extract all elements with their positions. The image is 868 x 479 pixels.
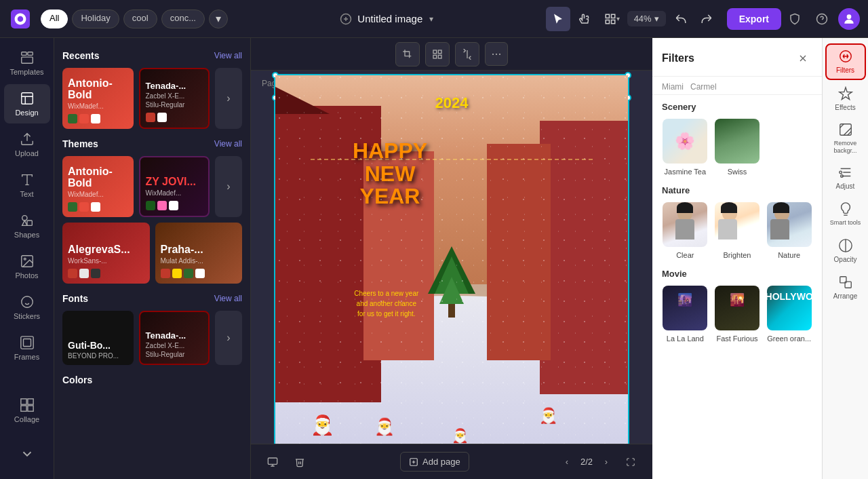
theme-item-1[interactable]: ZY JOVI... WixMadef...	[139, 156, 210, 217]
filter-brighten[interactable]: Brighten	[714, 202, 761, 259]
themes-more-arrow[interactable]: ›	[215, 156, 242, 217]
fonts-view-all[interactable]: View all	[214, 294, 242, 303]
fonts-grid: Guti-Bo... BEYOND PRO... Tenada-... Zacb…	[62, 311, 242, 365]
chip-all[interactable]: All	[41, 9, 68, 28]
right-tool-effects[interactable]: Effects	[825, 81, 866, 117]
filter-nature[interactable]: Nature	[766, 202, 812, 259]
font-name-1: Tenada-...	[146, 331, 203, 341]
save-to-device-button[interactable]	[262, 451, 283, 473]
font-item-1[interactable]: Tenada-... Zacbel X-E... Stilu-Regular	[139, 311, 210, 365]
filter-lalaland[interactable]: 🌆 La La Land	[662, 286, 709, 343]
filter-chips: All Holiday cool conc... ▾	[41, 9, 228, 28]
chip-cool[interactable]: cool	[123, 9, 157, 28]
right-tool-opacity[interactable]: Opacity	[825, 233, 866, 269]
redo-button[interactable]	[694, 7, 719, 31]
themes-view-all[interactable]: View all	[214, 139, 242, 149]
clear-label: Clear	[676, 251, 694, 259]
doc-title[interactable]: Untitled image	[357, 13, 422, 24]
export-button[interactable]: Export	[727, 8, 781, 30]
topbar-tools: ▾ 44% ▾ Export	[546, 7, 860, 31]
topbar: All Holiday cool conc... ▾ Untitled imag…	[0, 0, 868, 38]
right-tool-smart-tools[interactable]: Smart tools	[825, 197, 866, 232]
sidebar-item-frames[interactable]: Frames	[4, 328, 50, 368]
canvas-image: 2024 HAPPYNEWYEAR Cheers to a new yearan…	[275, 75, 628, 444]
select-tool-button[interactable]	[546, 7, 570, 31]
filter-clear[interactable]: Clear	[662, 202, 709, 259]
filters-panel-title: Filters	[662, 52, 694, 64]
font-item-0[interactable]: Guti-Bo... BEYOND PRO...	[62, 311, 134, 365]
swiss-label: Swiss	[728, 168, 747, 176]
svg-rect-11	[21, 93, 33, 104]
sidebar-collapse-button[interactable]	[4, 434, 50, 474]
theme-item-3[interactable]: Praha-... Mulat Addis-...	[155, 223, 243, 284]
canvas-area: ··· Page 2	[251, 38, 652, 479]
hand-tool-button[interactable]	[573, 7, 597, 31]
svg-rect-5	[612, 20, 615, 23]
delete-page-button[interactable]	[289, 451, 311, 473]
fonts-more-arrow[interactable]: ›	[215, 311, 242, 365]
canvas-frame[interactable]: 2024 HAPPYNEWYEAR Cheers to a new yearan…	[274, 74, 629, 444]
svg-rect-27	[268, 458, 277, 464]
recents-title: Recents	[62, 50, 99, 61]
filter-scroll-row: Miami Carmel	[652, 77, 822, 95]
fonts-section-header: Fonts View all	[62, 293, 242, 304]
sidebar-item-collage[interactable]: Collage	[4, 391, 50, 430]
layout-tool-button[interactable]: ▾	[600, 7, 625, 31]
theme-item-2[interactable]: AlegrevaS... WorkSans-...	[62, 223, 150, 284]
svg-rect-8	[21, 52, 26, 56]
filter-hint-carmel: Carmel	[690, 82, 717, 92]
filter-fast-furious[interactable]: 🌇 Fast Furious	[714, 286, 761, 343]
recents-more-arrow[interactable]: ›	[215, 68, 242, 129]
svg-rect-25	[433, 55, 437, 58]
undo-button[interactable]	[669, 7, 693, 31]
svg-rect-0	[11, 9, 30, 28]
sidebar-item-stickers[interactable]: Stickers	[4, 288, 50, 327]
doc-title-arrow[interactable]: ▾	[429, 14, 433, 24]
svg-rect-10	[21, 57, 33, 63]
chips-more-button[interactable]: ▾	[209, 9, 228, 28]
recent-font-sub2-1: Stilu-Regular	[146, 101, 203, 109]
right-tool-filters[interactable]: Filters	[825, 43, 866, 80]
scenery-section-title: Scenery	[662, 102, 812, 112]
next-page-button[interactable]: ›	[598, 454, 614, 470]
jasmine-tea-label: Jasmine Tea	[665, 168, 707, 176]
brighten-label: Brighten	[724, 251, 751, 259]
filter-jasmine-tea[interactable]: Jasmine Tea	[662, 119, 709, 176]
prev-page-button[interactable]: ‹	[559, 454, 575, 470]
grid-tool-button[interactable]	[425, 42, 450, 66]
canvas-more-button[interactable]: ···	[485, 42, 507, 66]
sidebar-item-shapes[interactable]: Shapes	[4, 206, 50, 246]
filters-close-button[interactable]	[793, 49, 812, 68]
recent-item-1[interactable]: Tenada-... Zacbel X-E... Stilu-Regular	[139, 68, 210, 129]
zoom-control[interactable]: 44% ▾	[627, 11, 666, 26]
right-tool-adjust[interactable]: Adjust	[825, 160, 866, 195]
sidebar-item-photos[interactable]: Photos	[4, 247, 50, 286]
filter-swiss[interactable]: Swiss	[714, 119, 761, 176]
recents-view-all[interactable]: View all	[214, 51, 242, 60]
crop-tool-button[interactable]	[395, 42, 420, 66]
shield-icon-button[interactable]	[784, 8, 806, 30]
recent-font-sub-0: WixMadef...	[68, 102, 128, 110]
chip-conc[interactable]: conc...	[161, 9, 205, 28]
canvas-scroll[interactable]: Page 2	[251, 71, 652, 444]
sidebar-item-design[interactable]: Design	[4, 84, 50, 123]
sidebar-item-text[interactable]: Text	[4, 166, 50, 205]
user-avatar[interactable]	[838, 8, 860, 30]
add-page-button[interactable]: Add page	[400, 452, 469, 472]
canva-logo[interactable]	[8, 7, 33, 31]
theme-item-0[interactable]: Antonio-Bold WixMadef...	[62, 156, 134, 217]
recent-item-0[interactable]: Antonio-Bold WixMadef...	[62, 68, 134, 129]
page-navigation: ‹ 2/2 ›	[559, 451, 642, 473]
canvas-expand-icon[interactable]	[613, 71, 629, 71]
sidebar-item-templates[interactable]: Templates	[4, 43, 50, 83]
undo-redo-group	[669, 7, 719, 31]
flip-tool-button[interactable]	[455, 42, 479, 66]
fast-furious-thumb: 🌇	[715, 286, 760, 330]
right-tool-remove-bg[interactable]: Remove backgr...	[825, 118, 866, 159]
fullscreen-button[interactable]	[620, 451, 642, 473]
chip-holiday[interactable]: Holiday	[72, 9, 119, 28]
sidebar-item-upload[interactable]: Upload	[4, 125, 50, 164]
right-tool-arrange[interactable]: Arrange	[825, 270, 866, 305]
help-icon-button[interactable]	[811, 8, 833, 30]
filter-green-orange[interactable]: HOLLYWO Green oran...	[766, 286, 812, 343]
